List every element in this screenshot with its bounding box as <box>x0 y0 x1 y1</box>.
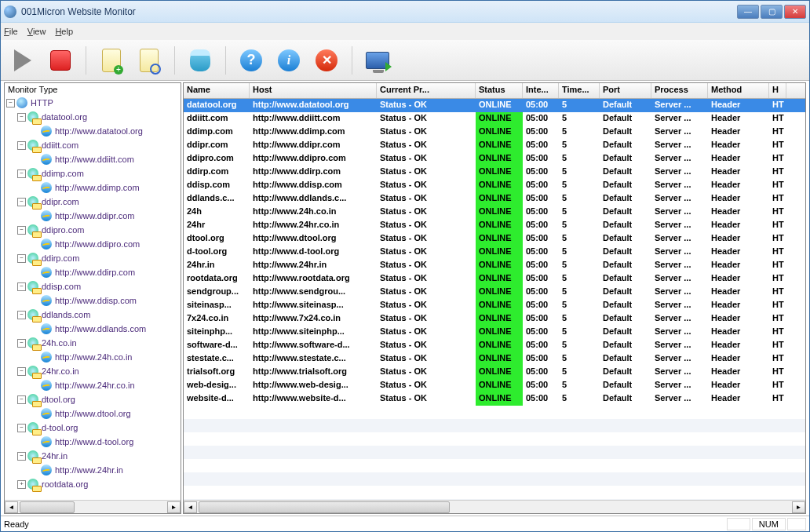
table-row[interactable]: 24hrhttp://www.24hr.co.inStatus - OKONLI… <box>184 219 805 232</box>
tree-site[interactable]: −d-tool.org <box>6 421 181 435</box>
tree-url[interactable]: http://www.ddlands.com <box>6 322 181 336</box>
tree-url[interactable]: http://www.24hr.co.in <box>6 378 181 392</box>
tree-url[interactable]: http://www.ddirp.com <box>6 265 181 279</box>
column-header[interactable]: Method <box>708 83 769 98</box>
close-round-button[interactable]: ✕ <box>312 46 341 75</box>
column-header[interactable]: Current Pr... <box>377 83 476 98</box>
expand-icon[interactable]: − <box>17 339 26 348</box>
menu-view[interactable]: View <box>27 27 46 36</box>
monitor-button[interactable] <box>363 46 392 75</box>
table-row[interactable]: ddlands.c...http://www.ddlands.c...Statu… <box>184 192 805 206</box>
table-row[interactable]: sendgroup...http://www.sendgrou...Status… <box>184 286 805 299</box>
menu-help[interactable]: Help <box>55 27 73 36</box>
tree-url[interactable]: http://www.24hr.in <box>6 463 181 477</box>
tree-site[interactable]: −datatool.org <box>6 110 181 124</box>
expand-icon[interactable]: − <box>17 254 26 263</box>
expand-icon[interactable]: − <box>6 99 15 107</box>
table-row[interactable]: d-tool.orghttp://www.d-tool.orgStatus - … <box>184 246 805 259</box>
tree-site[interactable]: −24hr.in <box>6 449 181 463</box>
table-row[interactable]: siteinphp...http://www.siteinphp...Statu… <box>184 326 805 339</box>
table-row[interactable]: ddisp.comhttp://www.ddisp.comStatus - OK… <box>184 179 805 192</box>
expand-icon[interactable]: − <box>17 311 26 319</box>
expand-icon[interactable]: + <box>17 480 26 489</box>
table-row[interactable]: ddimp.comhttp://www.ddimp.comStatus - OK… <box>184 126 805 139</box>
table-row[interactable]: web-desig...http://www.web-desig...Statu… <box>184 379 805 392</box>
add-document-button[interactable] <box>97 46 126 75</box>
column-header[interactable]: Time... <box>559 83 600 98</box>
expand-icon[interactable]: − <box>17 198 26 206</box>
tree-url[interactable]: http://www.ddiitt.com <box>6 152 181 166</box>
close-button[interactable]: ✕ <box>784 5 806 19</box>
tree-url[interactable]: http://www.ddipro.com <box>6 237 181 251</box>
find-document-button[interactable] <box>135 46 163 75</box>
minimize-button[interactable]: — <box>737 5 759 19</box>
column-header[interactable]: Status <box>476 83 523 98</box>
table-row[interactable]: 24hhttp://www.24h.co.inStatus - OKONLINE… <box>184 206 805 219</box>
tree-url[interactable]: http://www.24h.co.in <box>6 350 181 364</box>
table-row[interactable]: datatool.orghttp://www.datatool.orgStatu… <box>184 99 805 112</box>
table-row[interactable]: software-d...http://www.software-d...Sta… <box>184 339 805 352</box>
table-row[interactable]: ddipro.comhttp://www.ddipro.comStatus - … <box>184 152 805 166</box>
menu-file[interactable]: File <box>4 27 18 36</box>
expand-icon[interactable]: − <box>17 113 26 122</box>
info-button[interactable]: i <box>275 46 303 75</box>
tree-site[interactable]: −ddirp.com <box>6 251 181 265</box>
table-row[interactable]: dtool.orghttp://www.dtool.orgStatus - OK… <box>184 232 805 246</box>
expand-icon[interactable]: − <box>17 424 26 432</box>
tree-url[interactable]: http://www.d-tool.org <box>6 435 181 449</box>
tree-site[interactable]: −dtool.org <box>6 392 181 406</box>
table-row[interactable]: 7x24.co.inhttp://www.7x24.co.inStatus - … <box>184 312 805 326</box>
tree-hscroll[interactable]: ◄ ► <box>5 500 181 513</box>
expand-icon[interactable]: − <box>17 452 26 461</box>
expand-icon[interactable]: − <box>17 141 26 150</box>
grid-header[interactable]: NameHostCurrent Pr...StatusInte...Time..… <box>184 83 805 99</box>
tree-site[interactable]: −24h.co.in <box>6 336 181 350</box>
tree-url[interactable]: http://www.dtool.org <box>6 406 181 421</box>
stop-button[interactable] <box>46 46 75 75</box>
titlebar[interactable]: 001Micron Website Monitor — ▢ ✕ <box>1 1 809 23</box>
expand-icon[interactable]: − <box>17 282 26 291</box>
tree-site[interactable]: +rootdata.org <box>6 477 181 491</box>
play-button[interactable] <box>9 46 37 75</box>
tree-site[interactable]: −ddlands.com <box>6 308 181 322</box>
expand-icon[interactable]: − <box>17 395 26 404</box>
database-button[interactable] <box>186 46 214 75</box>
tree-site[interactable]: −ddipro.com <box>6 223 181 237</box>
column-header[interactable]: Port <box>600 83 651 98</box>
table-row[interactable]: siteinasp...http://www.siteinasp...Statu… <box>184 299 805 312</box>
table-row[interactable]: ddirp.comhttp://www.ddirp.comStatus - OK… <box>184 166 805 179</box>
tree-url[interactable]: http://www.ddimp.com <box>6 180 181 195</box>
table-row[interactable]: ddiitt.comhttp://www.ddiitt.comStatus - … <box>184 112 805 126</box>
tree-site[interactable]: −ddiitt.com <box>6 138 181 152</box>
expand-icon[interactable]: − <box>17 367 26 376</box>
table-row[interactable]: stestate.c...http://www.stestate.c...Sta… <box>184 352 805 366</box>
maximize-button[interactable]: ▢ <box>761 5 783 19</box>
column-header[interactable]: Process <box>651 83 708 98</box>
grid-hscroll[interactable]: ◄ ► <box>184 500 805 513</box>
table-row[interactable]: 24hr.inhttp://www.24hr.inStatus - OKONLI… <box>184 259 805 272</box>
scroll-thumb[interactable] <box>199 501 450 513</box>
scroll-left-button[interactable]: ◄ <box>184 501 197 513</box>
help-button[interactable]: ? <box>237 46 265 75</box>
column-header[interactable]: H <box>769 83 786 98</box>
tree-site[interactable]: −ddisp.com <box>6 279 181 293</box>
expand-icon[interactable]: − <box>17 169 26 178</box>
tree-url[interactable]: http://www.datatool.org <box>6 124 181 138</box>
scroll-thumb[interactable] <box>20 501 75 513</box>
tree-site[interactable]: −ddipr.com <box>6 195 181 209</box>
table-row[interactable]: ddipr.comhttp://www.ddipr.comStatus - OK… <box>184 139 805 152</box>
column-header[interactable]: Host <box>250 83 377 98</box>
tree-url[interactable]: http://www.ddipr.com <box>6 209 181 223</box>
column-header[interactable]: Name <box>184 83 250 98</box>
table-row[interactable]: trialsoft.orghttp://www.trialsoft.orgSta… <box>184 366 805 379</box>
scroll-right-button[interactable]: ► <box>167 501 181 513</box>
table-row[interactable]: rootdata.orghttp://www.rootdata.orgStatu… <box>184 272 805 286</box>
tree-root[interactable]: −HTTP <box>6 96 181 110</box>
tree-site[interactable]: −ddimp.com <box>6 166 181 180</box>
column-header[interactable]: Inte... <box>523 83 559 98</box>
tree-url[interactable]: http://www.ddisp.com <box>6 293 181 308</box>
grid-body[interactable]: datatool.orghttp://www.datatool.orgStatu… <box>184 99 805 500</box>
scroll-right-button[interactable]: ► <box>792 501 805 513</box>
scroll-left-button[interactable]: ◄ <box>5 501 18 513</box>
tree-body[interactable]: −HTTP−datatool.orghttp://www.datatool.or… <box>5 96 181 500</box>
